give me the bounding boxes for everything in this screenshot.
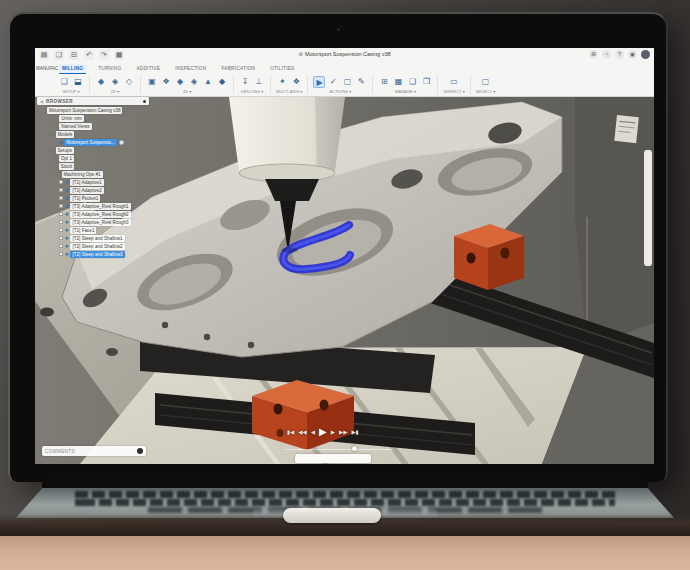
browser-item-op[interactable]: ❖[T2] Steep and Shallow2 xyxy=(59,242,125,250)
step-back-button[interactable]: ◀ xyxy=(311,427,315,437)
3d-adaptive-icon[interactable]: ▣ xyxy=(146,76,158,88)
browser-item-op[interactable]: ❖[T2] Steep and Shallow1 xyxy=(59,234,125,242)
browser-item-body[interactable]: ◆Motorsport Suspensio... xyxy=(59,138,124,146)
browser-item-op[interactable]: ❖[T3] Adaptive_Rest Rough1 xyxy=(59,202,131,210)
3d-contour-icon[interactable]: ◆ xyxy=(174,76,186,88)
folder-icon: ▸❐ xyxy=(47,131,54,137)
browser-header[interactable]: ◀ BROWSER xyxy=(37,97,149,105)
fast-rewind-button[interactable]: ◀◀ xyxy=(298,427,306,437)
extensions-icon[interactable]: ⊞ xyxy=(589,50,598,59)
tool-library-icon[interactable]: ⊞ xyxy=(378,76,390,88)
simulation-options-toolbar[interactable]: ▤▦◫▣▭◨▧◩ xyxy=(295,454,371,463)
browser-item-models[interactable]: ▸❐Models xyxy=(47,130,74,138)
title-bar: ▤ ❏ ⊟ ↶ ↷ ▦ ⚙Motorsport Suspension Casin… xyxy=(35,48,654,62)
browser-item-named-views[interactable]: ◫Named Views xyxy=(53,122,92,130)
browser-item-op[interactable]: ❖[T1] Pocket1 xyxy=(59,194,100,202)
play-button[interactable]: ▶ xyxy=(319,427,327,437)
3d-spiral-icon[interactable]: ◆ xyxy=(216,76,228,88)
tab-milling[interactable]: MILLING xyxy=(59,64,86,74)
tab-inspection[interactable]: INSPECTION xyxy=(172,64,209,73)
tab-fabrication[interactable]: FABRICATION xyxy=(218,64,258,73)
toolpath-icon: ❖ xyxy=(65,219,69,225)
skip-to-start-button[interactable]: ▮◀ xyxy=(287,427,294,437)
workspace-selector[interactable]: MANUFACTURE ▾ xyxy=(36,64,58,88)
folder-icon: ▾❐ xyxy=(47,147,54,153)
toolpath-icon: ❖ xyxy=(65,251,69,257)
toolpath-icon: ❖ xyxy=(65,211,69,217)
browser-item-op[interactable]: ❖[T3] Adaptive_Rest Rough3 xyxy=(59,218,131,226)
browser-item-op[interactable]: ❖[T1] Adaptive2 xyxy=(59,186,104,194)
browser-item-setups[interactable]: ▾❐Setups xyxy=(47,146,74,154)
3d-scallop-icon[interactable]: ▲ xyxy=(202,76,214,88)
visibility-checkbox[interactable] xyxy=(59,244,63,248)
post-process-icon[interactable]: ✓ xyxy=(327,76,339,88)
visibility-checkbox[interactable] xyxy=(59,188,63,192)
clamp-right[interactable] xyxy=(454,224,524,290)
drill-icon[interactable]: ↧ xyxy=(239,76,251,88)
visibility-checkbox[interactable] xyxy=(59,228,63,232)
browser-item-stock[interactable]: ⊕Stock xyxy=(53,162,74,170)
swarf-icon[interactable]: ✦ xyxy=(276,76,288,88)
visibility-checkbox[interactable] xyxy=(59,252,63,256)
task-manager-icon[interactable]: ❐ xyxy=(420,76,432,88)
select-icon[interactable]: ▢ xyxy=(480,76,492,88)
header-right-icons: ⊞ ◔ ? ◉ xyxy=(589,50,650,59)
collapse-icon[interactable]: ◀ xyxy=(40,99,43,104)
notifications-icon[interactable]: ◉ xyxy=(628,50,637,59)
2d-contour-icon[interactable]: ◇ xyxy=(123,76,135,88)
group-multi-axis: ✦ ❖ MULTI-AXIS ▾ xyxy=(271,75,308,94)
toolpath-icon: ❖ xyxy=(65,235,69,241)
visibility-checkbox[interactable] xyxy=(59,180,63,184)
browser-item-root[interactable]: ❏Motorsport Suspension Casing v38 xyxy=(41,106,122,114)
browser-item-ops-folder[interactable]: ▾❐Machining Ops #1 xyxy=(53,170,103,178)
templates-icon[interactable]: ❏ xyxy=(406,76,418,88)
timeline-track[interactable] xyxy=(285,449,393,451)
comments-bar[interactable]: COMMENTS xyxy=(42,446,146,456)
radio-icon[interactable] xyxy=(119,140,124,145)
new-setup-icon[interactable]: ❏ xyxy=(58,76,70,88)
bore-icon[interactable]: ⊥ xyxy=(253,76,265,88)
machine-trim-strip xyxy=(644,150,652,266)
document-title: ⚙Motorsport Suspension Casing v38 xyxy=(35,51,654,57)
machine-library-icon[interactable]: ▦ xyxy=(392,76,404,88)
visibility-checkbox[interactable] xyxy=(59,220,63,224)
fast-forward-button[interactable]: ▶▶ xyxy=(339,427,347,437)
setup-sheet-icon[interactable]: ▢ xyxy=(341,76,353,88)
tab-utilities[interactable]: UTILITIES xyxy=(267,64,297,73)
3d-parallel-icon[interactable]: ◈ xyxy=(188,76,200,88)
visibility-checkbox[interactable] xyxy=(59,236,63,240)
simulate-icon[interactable]: ▶ xyxy=(313,76,325,88)
visibility-checkbox[interactable] xyxy=(59,196,63,200)
tab-turning[interactable]: TURNING xyxy=(95,64,124,73)
2d-adaptive-icon[interactable]: ◆ xyxy=(95,76,107,88)
setup-icon: ⊕ xyxy=(53,155,57,161)
tab-additive[interactable]: ADDITIVE xyxy=(133,64,163,73)
3d-pocket-icon[interactable]: ❖ xyxy=(160,76,172,88)
timeline-knob[interactable] xyxy=(352,446,357,451)
ribbon-toolbar: ❏ ⬓ SETUP ▾ ◆ ◈ ◇ 2D ▾ xyxy=(53,75,500,96)
browser-item-op[interactable]: ❖[T1] Face1 xyxy=(59,226,96,234)
simulation-options-icons[interactable]: ▤▦◫▣▭◨▧◩ xyxy=(308,463,358,464)
browser-item-op[interactable]: ❖[T3] Adaptive_Rest Rough2 xyxy=(59,210,131,218)
browser-menu-dot[interactable] xyxy=(143,100,146,103)
stock-icon[interactable]: ⬓ xyxy=(72,76,84,88)
browser-item-op-selected[interactable]: ❖[T2] Steep and Shallow3 xyxy=(59,250,125,258)
measure-icon[interactable]: ▭ xyxy=(448,76,460,88)
visibility-checkbox[interactable] xyxy=(59,212,63,216)
browser-item-units[interactable]: ▤Units: mm xyxy=(53,114,84,122)
help-icon[interactable]: ? xyxy=(615,50,624,59)
skip-to-end-button[interactable]: ▶▮ xyxy=(351,427,358,437)
simulation-timeline[interactable] xyxy=(285,447,393,451)
folder-icon: ▾❐ xyxy=(53,171,60,177)
generate-icon[interactable]: ✎ xyxy=(355,76,367,88)
browser-item-opt1[interactable]: ⊕Opt 1 xyxy=(53,154,74,162)
multiaxis-contour-icon[interactable]: ❖ xyxy=(290,76,302,88)
keyboard-row xyxy=(75,491,615,498)
fusion-app-window: ▤ ❏ ⊟ ↶ ↷ ▦ ⚙Motorsport Suspension Casin… xyxy=(35,48,654,464)
browser-item-op[interactable]: ❖[T1] Adaptive1 xyxy=(59,178,104,186)
2d-pocket-icon[interactable]: ◈ xyxy=(109,76,121,88)
avatar[interactable] xyxy=(641,50,650,59)
job-status-icon[interactable]: ◔ xyxy=(602,50,611,59)
step-forward-button[interactable]: ▶ xyxy=(331,427,335,437)
visibility-checkbox[interactable] xyxy=(59,204,63,208)
